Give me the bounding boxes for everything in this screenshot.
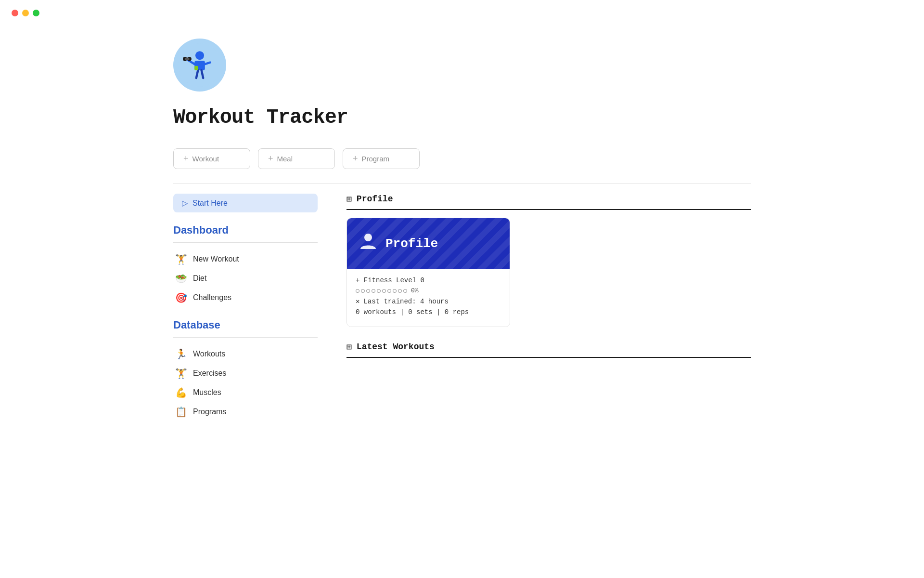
latest-workouts-title: Latest Workouts [357, 342, 435, 352]
plus-icon: + [183, 154, 189, 164]
add-program-label: Program [362, 155, 390, 163]
nav-item-programs[interactable]: 📋 Programs [173, 402, 318, 421]
nav-item-muscles[interactable]: 💪 Muscles [173, 383, 318, 402]
main-content: Workout Tracker + Workout + Meal + Progr… [173, 0, 751, 421]
diet-icon: 🥗 [175, 273, 187, 284]
minimize-button[interactable] [22, 10, 29, 16]
close-button[interactable] [12, 10, 18, 16]
latest-workouts-section: ⊞ Latest Workouts [346, 342, 751, 358]
new-workout-icon: 🏋️ [175, 253, 187, 265]
profile-card-body: + Fitness Level 0 [347, 269, 510, 327]
nav-item-challenges[interactable]: 🎯 Challenges [173, 288, 318, 307]
quick-add-row: + Workout + Meal + Program [173, 148, 751, 169]
profile-section-title: Profile [357, 194, 393, 204]
last-trained-label: Last trained: 4 hours [363, 298, 448, 305]
svg-point-11 [364, 234, 372, 241]
add-meal-button[interactable]: + Meal [258, 148, 335, 169]
progress-dots [356, 289, 407, 293]
muscles-icon: 💪 [175, 387, 187, 398]
nav-item-new-workout[interactable]: 🏋️ New Workout [173, 250, 318, 269]
dot-10 [403, 289, 407, 293]
dashboard-section-title: Dashboard [173, 224, 318, 236]
dot-8 [393, 289, 397, 293]
page-title: Workout Tracker [173, 106, 751, 129]
nav-item-workouts[interactable]: 🏃 Workouts [173, 344, 318, 364]
workout-stats-label: 0 workouts | 0 sets | 0 reps [356, 308, 469, 316]
dot-9 [398, 289, 402, 293]
workouts-icon: 🏃 [175, 348, 187, 360]
svg-rect-6 [185, 58, 189, 60]
profile-card-title: Profile [385, 236, 438, 251]
dot-6 [382, 289, 386, 293]
dot-4 [372, 289, 375, 293]
profile-card[interactable]: Profile + Fitness Level 0 [346, 218, 510, 327]
programs-icon: 📋 [175, 406, 187, 418]
dot-2 [361, 289, 365, 293]
progress-row: 0% [356, 287, 501, 294]
database-divider [173, 337, 318, 338]
dot-3 [366, 289, 370, 293]
left-nav: ▷ Start Here Dashboard 🏋️ New Workout 🥗 … [173, 194, 318, 421]
dot-5 [377, 289, 381, 293]
workout-stats-row: 0 workouts | 0 sets | 0 reps [356, 308, 501, 316]
hero-svg [178, 43, 221, 87]
last-trained-icon: ✕ [356, 297, 359, 305]
workouts-label: Workouts [193, 350, 225, 358]
add-meal-label: Meal [277, 155, 293, 163]
dot-1 [356, 289, 359, 293]
start-here-label: Start Here [192, 199, 228, 208]
challenges-label: Challenges [193, 293, 231, 302]
plus-icon-2: + [268, 154, 273, 164]
hero-image [173, 39, 226, 92]
add-workout-label: Workout [192, 155, 219, 163]
challenges-icon: 🎯 [175, 292, 187, 303]
play-icon: ▷ [182, 198, 188, 208]
profile-card-header: Profile [347, 218, 510, 269]
last-trained-row: ✕ Last trained: 4 hours [356, 297, 501, 305]
add-workout-button[interactable]: + Workout [173, 148, 250, 169]
start-here-button[interactable]: ▷ Start Here [173, 194, 318, 212]
exercises-label: Exercises [193, 369, 226, 378]
nav-item-diet[interactable]: 🥗 Diet [173, 269, 318, 288]
maximize-button[interactable] [33, 10, 39, 16]
latest-workouts-header: ⊞ Latest Workouts [346, 342, 751, 358]
fitness-level-row: + Fitness Level 0 [356, 276, 501, 284]
diet-label: Diet [193, 274, 206, 283]
dashboard-divider [173, 242, 318, 243]
muscles-label: Muscles [193, 388, 221, 397]
programs-label: Programs [193, 407, 226, 416]
profile-avatar-icon [359, 232, 378, 255]
progress-pct: 0% [411, 287, 419, 294]
profile-grid-icon: ⊞ [346, 194, 352, 204]
svg-point-1 [195, 51, 204, 60]
top-divider [173, 184, 751, 184]
exercises-icon: 🏋️ [175, 368, 187, 379]
latest-workouts-grid-icon: ⊞ [346, 342, 352, 352]
two-col-layout: ▷ Start Here Dashboard 🏋️ New Workout 🥗 … [173, 194, 751, 421]
fitness-level-label: + Fitness Level 0 [356, 276, 424, 284]
nav-item-exercises[interactable]: 🏋️ Exercises [173, 364, 318, 383]
database-section-title: Database [173, 319, 318, 331]
dot-7 [387, 289, 391, 293]
add-program-button[interactable]: + Program [343, 148, 420, 169]
svg-rect-10 [194, 66, 198, 70]
traffic-lights [0, 0, 51, 26]
plus-icon-3: + [353, 154, 358, 164]
right-panel: ⊞ Profile Profile + Fitness Leve [346, 194, 751, 421]
new-workout-label: New Workout [193, 255, 239, 263]
profile-section-header: ⊞ Profile [346, 194, 751, 210]
